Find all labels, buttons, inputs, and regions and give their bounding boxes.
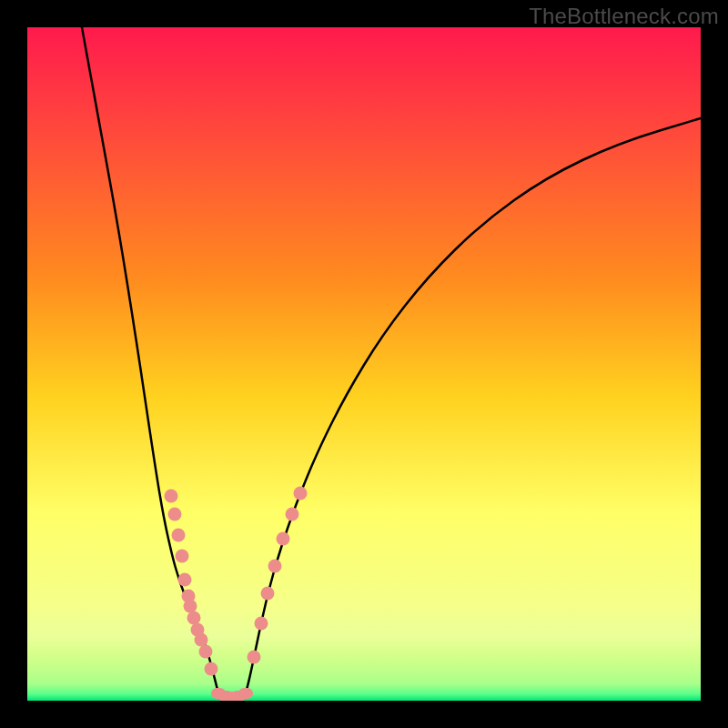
left-marker	[178, 573, 192, 587]
left-marker	[168, 508, 182, 521]
left-marker	[176, 550, 189, 563]
left-marker	[205, 662, 218, 676]
right-marker	[255, 617, 268, 631]
left-marker	[187, 612, 201, 625]
right-marker	[268, 560, 282, 573]
right-marker	[286, 508, 299, 521]
right-marker	[294, 487, 308, 500]
bottleneck-curve-chart	[27, 27, 701, 701]
left-marker	[195, 633, 208, 647]
left-marker	[165, 490, 178, 503]
left-marker	[199, 645, 213, 659]
watermark-text: TheBottleneck.com	[529, 4, 719, 29]
right-marker	[277, 532, 290, 546]
plot-area	[27, 27, 701, 701]
left-marker	[184, 600, 197, 613]
left-marker	[172, 529, 186, 542]
right-marker	[261, 587, 275, 601]
right-marker	[248, 651, 261, 664]
chart-frame: TheBottleneck.com	[0, 0, 728, 728]
valley-marker	[238, 688, 253, 699]
